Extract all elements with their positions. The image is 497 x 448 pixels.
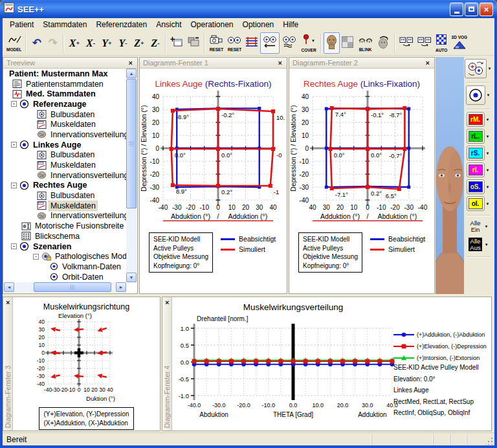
dropdown-arrow-icon[interactable]: ▼ xyxy=(487,93,491,97)
dropdown-arrow-icon[interactable]: ▼ xyxy=(488,67,492,71)
toolbar-button-redo[interactable]: ↷ xyxy=(45,32,61,54)
toolbar-button-fixation-arrow[interactable] xyxy=(260,32,280,54)
tree-item-label: Patient: Mustermann Max xyxy=(8,69,109,78)
toolbar-button-head-rotate[interactable] xyxy=(375,32,392,54)
tree-expander-icon[interactable]: - xyxy=(33,254,39,260)
tree-item-rechtes-auge[interactable]: -Rechtes Auge xyxy=(4,181,126,191)
menu-item-patient[interactable]: Patient xyxy=(5,19,38,30)
toolbar-button-fixation-free[interactable] xyxy=(280,32,299,54)
toolbar-button-model[interactable]: MODEL xyxy=(5,32,23,54)
3d-head-view[interactable] xyxy=(436,57,464,294)
toolbar-button-rotate-x-plus[interactable]: X+ xyxy=(66,32,82,54)
muscle-button-rm[interactable]: rM. xyxy=(467,112,485,127)
close-button[interactable]: × xyxy=(480,3,493,16)
tree-item-linkes-auge[interactable]: -Linkes Auge xyxy=(4,140,126,150)
tree-item-bulbusdaten[interactable]: Bulbusdaten xyxy=(4,150,126,161)
toolbar-button-vog-3d[interactable]: 3D VOG xyxy=(450,32,470,54)
menu-item-operationen[interactable]: Operationen xyxy=(186,19,238,30)
tree-item-muskeldaten[interactable]: Muskeldaten xyxy=(4,119,126,129)
tree-item-referenzauge[interactable]: -Referenzauge xyxy=(4,99,126,109)
tree-expander-icon[interactable]: - xyxy=(11,243,17,249)
maximize-button[interactable] xyxy=(465,3,478,16)
muscle-button-ri[interactable]: rI. xyxy=(467,162,485,177)
toolbar-button-auto[interactable]: AUTO xyxy=(434,32,450,54)
eye-rotation-button[interactable] xyxy=(465,59,487,78)
scroll-left-icon[interactable]: ◄ xyxy=(4,282,14,292)
tree-item-bulbusdaten[interactable]: Bulbusdaten xyxy=(4,190,126,201)
dropdown-arrow-icon[interactable]: ▼ xyxy=(486,185,490,189)
menu-item-stammdaten[interactable]: Stammdaten xyxy=(38,19,91,30)
dropdown-arrow-icon[interactable]: ▼ xyxy=(486,202,490,206)
tree-item-innervationsverteilung[interactable]: Innervationsverteilung xyxy=(4,211,126,221)
diagram-3-close-icon[interactable]: × xyxy=(5,299,11,306)
titlebar[interactable]: SEE++ × xyxy=(0,0,497,18)
tree-expander-icon[interactable]: - xyxy=(11,101,17,107)
resize-grip[interactable] xyxy=(485,436,494,445)
eye-display-button[interactable] xyxy=(466,85,485,105)
dropdown-arrow-icon[interactable]: ▼ xyxy=(485,243,489,247)
menu-item-referenzdaten[interactable]: Referenzdaten xyxy=(91,19,151,30)
toolbar-button-rotate-z-minus[interactable]: Z- xyxy=(147,32,163,54)
tree-item-patient-mustermann-max[interactable]: Patient: Mustermann Max xyxy=(4,69,126,79)
toolbar-button-add-window[interactable] xyxy=(168,32,185,54)
menu-item-optionen[interactable]: Optionen xyxy=(238,19,279,30)
scroll-right-icon[interactable]: ► xyxy=(116,282,126,292)
all-off-button[interactable]: AlleAus xyxy=(467,236,483,252)
tree-expander-icon[interactable]: - xyxy=(11,142,17,148)
muscle-button-rl[interactable]: rL. xyxy=(467,129,485,144)
muscle-button-os[interactable]: oS. xyxy=(467,179,485,194)
tree-item-innervationsverteilung[interactable]: Innervationsverteilung xyxy=(4,170,126,181)
tree-vscroll-thumb[interactable] xyxy=(126,79,137,208)
toolbar-button-show-transparency[interactable] xyxy=(340,32,356,54)
toolbar-button-gaze-monitor-2[interactable] xyxy=(415,32,434,54)
tree-item-blickschema[interactable]: Blickschema xyxy=(4,231,126,241)
diagram-4-close-icon[interactable]: × xyxy=(164,299,170,306)
toolbar-button-rotate-z-plus[interactable]: Z+ xyxy=(131,32,147,54)
toolbar-button-reset-camera[interactable]: RESET xyxy=(207,32,225,54)
toolbar-button-show-head-texture[interactable] xyxy=(324,32,340,54)
menu-item-ansicht[interactable]: Ansicht xyxy=(151,19,186,30)
toolbar-button-remove-window[interactable] xyxy=(185,32,202,54)
tree-item-volkmann-daten[interactable]: Volkmann-Daten xyxy=(4,262,126,272)
toolbar-button-gaze-monitor-1[interactable] xyxy=(397,32,415,54)
all-on-button[interactable]: AlleEin xyxy=(468,218,483,234)
minimize-button[interactable] xyxy=(450,3,463,16)
menu-item-hilfe[interactable]: Hilfe xyxy=(278,19,303,30)
tree-item-muskeldaten[interactable]: Muskeldaten xyxy=(4,201,126,211)
dropdown-arrow-icon[interactable]: ▼ xyxy=(311,39,315,43)
toolbar-button-rotate-y-plus[interactable]: Y+ xyxy=(98,32,115,54)
tree-item-innervationsverteilung[interactable]: Innervationsverteilung xyxy=(4,129,126,140)
tree-hscroll-thumb[interactable] xyxy=(34,282,111,292)
dropdown-arrow-icon[interactable]: ▼ xyxy=(486,135,490,139)
tree-item-szenarien[interactable]: -Szenarien xyxy=(4,241,126,252)
toolbar-button-cover-test[interactable]: ▼COVER xyxy=(299,32,318,54)
dropdown-arrow-icon[interactable]: ▼ xyxy=(486,151,490,155)
scroll-down-icon[interactable]: ▼ xyxy=(126,273,137,282)
diagram-1-close-icon[interactable]: × xyxy=(277,60,283,67)
tree-item-orbit-daten[interactable]: Orbit-Daten xyxy=(4,272,126,282)
toolbar-button-reset-eyes[interactable]: RESET xyxy=(225,32,243,54)
toolbar-button-undo[interactable]: ↶ xyxy=(28,32,45,54)
toolbar-button-rotate-x-minus[interactable]: X- xyxy=(82,32,98,54)
dropdown-arrow-icon[interactable]: ▼ xyxy=(486,118,490,122)
tree-item-pathologisches-modell[interactable]: -Pathologisches Modell xyxy=(4,251,126,262)
muscle-button-oi[interactable]: oI. xyxy=(467,196,485,211)
scroll-up-icon[interactable]: ▲ xyxy=(126,69,137,78)
tree-item-label: Muskeldaten xyxy=(49,161,97,170)
tree-item-patientenstammdaten[interactable]: Patientenstammdaten xyxy=(4,79,126,89)
dropdown-arrow-icon[interactable]: ▼ xyxy=(486,168,490,172)
muscle-button-rs[interactable]: rS. xyxy=(467,146,485,161)
treeview-close-icon[interactable]: × xyxy=(127,60,134,67)
tree-vertical-scrollbar[interactable]: ▲ ▼ xyxy=(126,69,137,282)
tree-expander-icon[interactable]: - xyxy=(11,183,17,188)
tree-item-muskeldaten[interactable]: Muskeldaten xyxy=(4,160,126,170)
diagram-2-close-icon[interactable]: × xyxy=(425,60,431,67)
tree-horizontal-scrollbar[interactable]: ◄ ► xyxy=(4,282,126,293)
tree-item-motorische-fusionsbreite[interactable]: Motorische Fusionsbreite xyxy=(4,221,126,231)
toolbar-button-gaze-pattern[interactable] xyxy=(243,32,260,54)
tree-item-bulbusdaten[interactable]: Bulbusdaten xyxy=(4,109,126,120)
tree-item-med-stammdaten[interactable]: Med. Stammdaten xyxy=(4,89,126,99)
toolbar-button-blink[interactable]: BLINK xyxy=(356,32,375,54)
toolbar-button-rotate-y-minus[interactable]: Y- xyxy=(115,32,131,54)
dropdown-arrow-icon[interactable]: ▼ xyxy=(484,225,488,229)
